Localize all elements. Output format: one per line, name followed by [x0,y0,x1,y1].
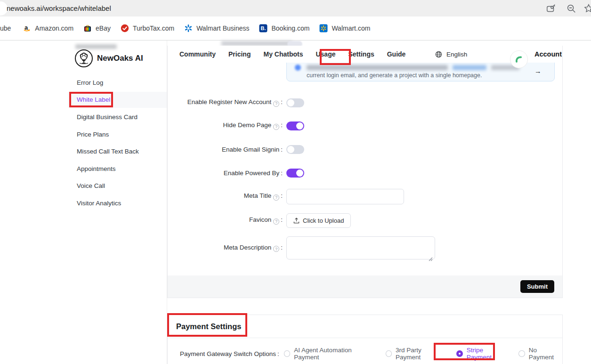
walmart-square-icon [319,24,328,32]
bookmark-label: Walmart.com [332,24,370,32]
bookmark-walmart-business[interactable]: Walmart Business [184,24,249,32]
bookmark-youtube-partial[interactable]: ube [0,24,11,32]
share-key-icon[interactable] [546,3,556,14]
info-icon [295,65,301,71]
bookmark-turbotax[interactable]: TurboTax.com [121,24,174,32]
account-avatar[interactable] [510,50,528,68]
help-icon[interactable]: ? [273,246,279,252]
help-icon[interactable]: ? [273,124,279,130]
form-row-powered-by: Enable Powered By: [168,165,562,181]
help-icon[interactable]: ? [273,101,279,107]
sidebar-item-digital-business-card[interactable]: Digital Business Card [68,109,167,125]
account-link[interactable]: Account → [534,46,562,63]
help-icon[interactable]: ? [273,194,279,201]
card-footer: Submit [168,275,562,298]
help-icon[interactable]: ? [273,218,279,225]
sidebar-item-appointments[interactable]: Appointments [68,161,167,177]
radio-icon [518,350,525,357]
nav-my-chatbots[interactable]: My Chatbots [263,50,303,58]
form-row-favicon: Favicon?: Click to Upload [168,212,562,228]
upload-icon [293,218,300,224]
radio-stripe-payment[interactable]: Stripe Payment [456,347,508,361]
zoom-out-icon[interactable] [566,3,576,14]
meta-title-input[interactable] [286,189,404,204]
browser-topbar: newoaks.ai/workspace/whitelabel [0,0,591,16]
form-row-gmail-signin: Enable Gmail Signin: [168,141,562,157]
amazon-icon: a [23,24,31,32]
alert-text-line2: current login email, and generate a proj… [307,72,482,79]
favicon-upload-button[interactable]: Click to Upload [286,213,351,228]
brand-name: NewOaks AI [97,54,143,63]
upload-button-label: Click to Upload [303,217,344,224]
newoaks-logo-icon [74,49,93,68]
hide-demo-page-toggle[interactable] [286,121,304,130]
form-row-meta-title: Meta Title?: [168,188,562,204]
radio-icon [386,350,392,357]
payment-gateway-label: Payment Gateway Switch Options [180,350,276,357]
field-label: Enable Register New Account [187,98,272,105]
address-bar-url[interactable]: newoaks.ai/workspace/whitelabel [7,0,111,16]
gmail-signin-toggle[interactable] [286,145,304,154]
top-navbar: Community Pricing My Chatbots Usage Sett… [168,46,562,63]
sidebar-item-voice-call[interactable]: Voice Call [68,178,167,194]
field-label: Meta Title [244,192,272,199]
turbotax-icon [121,24,129,32]
sidebar-item-visitor-analytics[interactable]: Visitor Analytics [68,195,167,211]
bookmark-label: Walmart Business [196,24,249,32]
powered-by-toggle[interactable] [286,169,304,178]
form-row-meta-description: Meta Description?: [168,236,562,259]
radio-no-payment[interactable]: No Payment [518,347,562,361]
bookmark-amazon[interactable]: a Amazon.com [23,24,73,32]
bookmark-label: Amazon.com [35,24,73,32]
language-selector[interactable]: English [435,46,467,63]
sidebar-item-missed-call-text-back[interactable]: Missed Call Text Back [68,144,167,160]
language-label: English [446,51,467,58]
field-label: Enable Gmail Signin [222,146,279,153]
bookmark-ebay[interactable]: eBay [83,24,111,32]
field-label: Meta Description [224,244,271,251]
radio-3rd-party-payment[interactable]: 3rd Party Payment [386,347,446,361]
walmart-spark-icon [184,24,193,32]
brand: NewOaks AI [74,49,143,68]
nav-pricing[interactable]: Pricing [228,50,251,58]
nav-guide[interactable]: Guide [387,50,406,58]
payment-settings-title: Payment Settings [168,315,562,338]
svg-text:B.: B. [261,25,266,31]
payment-settings-card: Payment Settings Payment Gateway Switch … [167,315,563,364]
enable-register-toggle[interactable] [286,98,304,107]
favorite-star-icon[interactable] [583,3,591,14]
radio-ai-agent-automation-payment[interactable]: AI Agent Automation Payment [284,347,375,361]
globe-icon [435,51,442,58]
bookmark-label: eBay [96,24,111,32]
field-label: Hide Demo Page [223,121,271,129]
redacted-alert-link [453,65,486,70]
redacted-workspace-name [75,44,117,49]
bookmark-booking[interactable]: B. Booking.com [259,24,309,32]
submit-button[interactable]: Submit [520,280,554,293]
sidebar-item-price-plans[interactable]: Price Plans [68,127,167,143]
sidebar: NewOaks AI Error Log White Label Digital… [0,40,167,364]
redacted-alert-text [307,65,448,70]
svg-text:a: a [24,24,28,31]
sidebar-item-white-label[interactable]: White Label [68,92,167,108]
phone-icon [514,55,524,64]
bookmarks-bar: ube a Amazon.com eBay TurboTax.com [0,16,591,40]
payment-gateway-row: Payment Gateway Switch Options: AI Agent… [168,347,562,361]
bookmark-label: Booking.com [271,24,309,32]
bookmark-walmart[interactable]: Walmart.com [319,24,370,32]
nav-usage[interactable]: Usage [316,50,335,58]
sidebar-item-error-log[interactable]: Error Log [68,75,167,91]
booking-icon: B. [259,24,267,32]
form-row-enable-register: Enable Register New Account?: [168,95,562,111]
nav-community[interactable]: Community [179,50,216,58]
field-label: Enable Powered By [224,170,280,177]
meta-description-textarea[interactable] [286,236,435,259]
radio-icon [456,350,462,357]
nav-settings[interactable]: Settings [348,50,374,58]
bookmark-label: TurboTax.com [133,24,174,32]
radio-icon [284,350,291,357]
ebay-icon [83,24,92,32]
field-label: Favicon [249,216,271,223]
form-row-hide-demo-page: Hide Demo Page?: [168,118,562,134]
